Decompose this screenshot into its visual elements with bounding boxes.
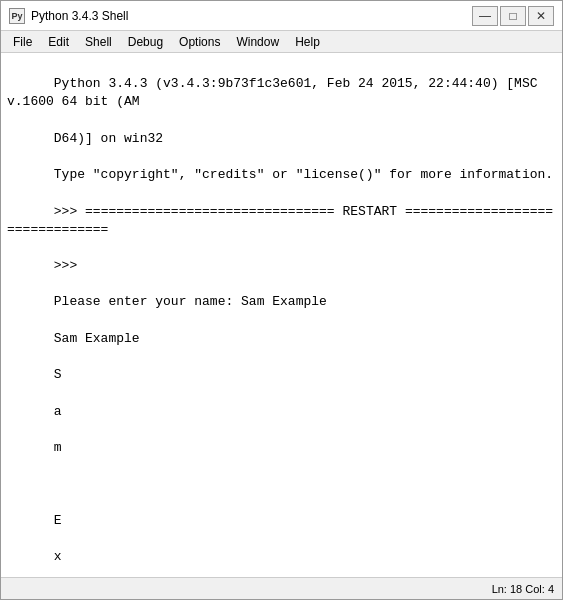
shell-output: Python 3.4.3 (v3.4.3:9b73f1c3e601, Feb 2… [7,57,556,577]
output-name: Sam Example [54,331,140,346]
window-controls: — □ ✕ [472,6,554,26]
minimize-button[interactable]: — [472,6,498,26]
char-x: x [54,549,62,564]
menu-options[interactable]: Options [171,33,228,51]
menu-shell[interactable]: Shell [77,33,120,51]
char-m: m [54,440,62,455]
status-text: Ln: 18 Col: 4 [492,583,554,595]
menu-help[interactable]: Help [287,33,328,51]
window-title: Python 3.4.3 Shell [31,9,472,23]
char-S: S [54,367,62,382]
maximize-button[interactable]: □ [500,6,526,26]
prompt-1: >>> [54,204,85,219]
python-info-line: Type "copyright", "credits" or "license(… [54,167,553,182]
python-shell-window: Py Python 3.4.3 Shell — □ ✕ File Edit Sh… [0,0,563,600]
shell-content[interactable]: Python 3.4.3 (v3.4.3:9b73f1c3e601, Feb 2… [1,53,562,577]
window-icon: Py [9,8,25,24]
input-label-line: Please enter your name: Sam Example [54,294,327,309]
status-bar: Ln: 18 Col: 4 [1,577,562,599]
prompt-2: >>> [54,258,85,273]
title-bar: Py Python 3.4.3 Shell — □ ✕ [1,1,562,31]
python-version-line2: D64)] on win32 [54,131,163,146]
python-version-line1: Python 3.4.3 (v3.4.3:9b73f1c3e601, Feb 2… [7,76,545,109]
menu-debug[interactable]: Debug [120,33,171,51]
char-a: a [54,404,62,419]
close-button[interactable]: ✕ [528,6,554,26]
restart-line: ================================ RESTART… [7,204,553,237]
menu-bar: File Edit Shell Debug Options Window Hel… [1,31,562,53]
char-E: E [54,513,62,528]
menu-file[interactable]: File [5,33,40,51]
menu-edit[interactable]: Edit [40,33,77,51]
menu-window[interactable]: Window [228,33,287,51]
